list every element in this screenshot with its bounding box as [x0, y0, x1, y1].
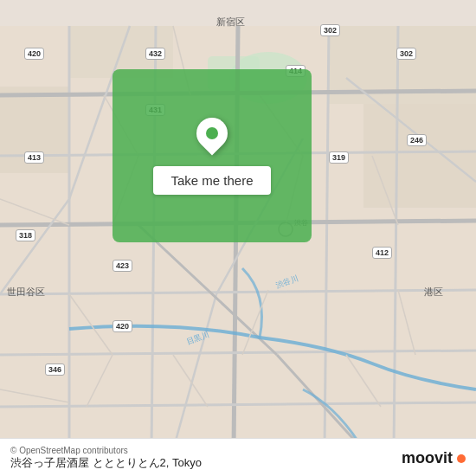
road-badge-r420_2: 420: [113, 320, 132, 332]
area-label-setagaya: 世田谷区: [7, 286, 45, 299]
road-badge-r246: 246: [407, 134, 427, 146]
area-label-minato: 港区: [424, 286, 443, 299]
map-attribution: © OpenStreetMap contributors: [10, 446, 202, 455]
road-badge-r319: 319: [329, 151, 349, 164]
moovit-dot: [457, 454, 466, 463]
highlight-panel: Take me there: [113, 69, 312, 242]
road-badge-r420_1: 420: [24, 48, 44, 60]
pin-inner: [206, 127, 218, 139]
road-badge-r413: 413: [24, 151, 44, 164]
moovit-text: moovit: [402, 449, 453, 467]
road-badge-r302_2: 302: [396, 48, 416, 60]
road-badge-r412: 412: [372, 247, 392, 259]
map-container: 渋谷 4204323023024144134312463193184234204…: [0, 0, 476, 476]
area-label-shinjuku: 新宿区: [216, 16, 245, 29]
moovit-logo: moovit: [402, 449, 466, 467]
place-name: 渋谷っ子居酒屋 とととりとん2, Tokyo: [10, 455, 202, 471]
bottom-bar: © OpenStreetMap contributors 渋谷っ子居酒屋 ととと…: [0, 438, 476, 476]
svg-rect-6: [363, 104, 476, 208]
road-badge-r302_1: 302: [320, 24, 340, 36]
road-badge-r432: 432: [145, 48, 165, 60]
road-badge-r318: 318: [16, 229, 35, 241]
road-badge-r423: 423: [113, 260, 132, 272]
take-me-there-button[interactable]: Take me there: [153, 166, 270, 195]
bottom-bar-info: © OpenStreetMap contributors 渋谷っ子居酒屋 ととと…: [10, 446, 202, 471]
location-pin: [193, 118, 231, 156]
road-badge-r346: 346: [45, 363, 65, 376]
